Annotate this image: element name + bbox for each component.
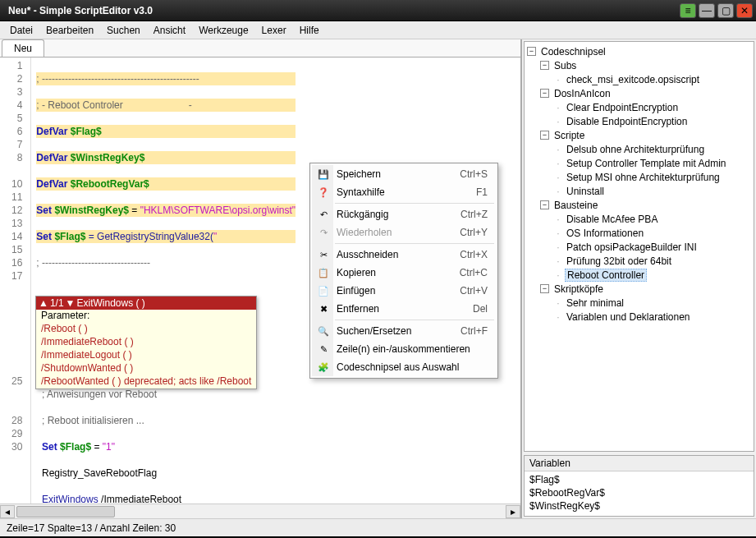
autocomplete-item: Parameter: <box>36 310 256 323</box>
tree-item[interactable]: Variablen und Deklarationen <box>565 311 692 323</box>
tree-leaf-icon: · <box>553 116 563 127</box>
menu-hilfe[interactable]: Hilfe <box>293 23 326 38</box>
tree-leaf-icon: · <box>553 74 563 85</box>
context-menu-item[interactable]: 🧩Codeschnipsel aus Auswahl <box>312 358 496 376</box>
tree-item[interactable]: Patch opsiPackageBuilder INI <box>565 241 699 253</box>
tree-group[interactable]: Skriptköpfe <box>552 283 605 295</box>
variables-header: Variablen <box>525 456 754 471</box>
context-menu-item[interactable]: ↶RückgängigCtrl+Z <box>312 205 496 223</box>
main-area: Neu 12345678101112131415161725282930 ; -… <box>0 39 756 518</box>
minimize-button[interactable]: — <box>699 3 715 18</box>
menu-icon: 🧩 <box>317 361 330 374</box>
context-menu-item[interactable]: ✖EntfernenDel <box>312 300 496 318</box>
menu-ansicht[interactable]: Ansicht <box>147 23 192 38</box>
tree-item[interactable]: Prüfung 32bit oder 64bit <box>565 255 673 267</box>
tree-leaf-icon: · <box>553 158 563 169</box>
tree-collapse-icon[interactable]: − <box>540 284 549 293</box>
context-menu-item[interactable]: 📄EinfügenCtrl+V <box>312 282 496 300</box>
down-arrow-icon[interactable]: ▼ <box>66 297 76 309</box>
tree-leaf-icon: · <box>553 228 563 239</box>
menu-icon: ↶ <box>317 208 330 221</box>
scroll-left-button[interactable]: ◂ <box>0 505 15 518</box>
up-arrow-icon[interactable]: ▲ <box>39 297 48 309</box>
right-pane: −Codeschnipsel−Subs·check_msi_exitcode.o… <box>522 39 756 518</box>
line-gutter: 12345678101112131415161725282930 <box>0 57 31 504</box>
tab-neu[interactable]: Neu <box>2 39 44 57</box>
menu-icon: 📋 <box>317 266 330 279</box>
context-menu-item[interactable]: 📋KopierenCtrl+C <box>312 264 496 282</box>
autocomplete-popup[interactable]: ▲ 1/1 ▼ ExitWindows ( ) Parameter: /Rebo… <box>35 296 257 389</box>
context-menu-item[interactable]: 🔍Suchen/ErsetzenCtrl+F <box>312 322 496 340</box>
tree-item[interactable]: Uninstall <box>565 186 606 197</box>
tree-item[interactable]: Disable EndpointEncryption <box>565 116 689 127</box>
tree-item[interactable]: Setup MSI ohne Architekturprüfung <box>565 172 722 183</box>
tree-item[interactable]: Reboot Controller <box>565 269 647 282</box>
close-button[interactable]: ✕ <box>736 3 753 18</box>
editor[interactable]: 12345678101112131415161725282930 ; -----… <box>0 57 520 504</box>
context-menu-item[interactable]: ❓SyntaxhilfeF1 <box>312 183 496 201</box>
menu-icon: ↷ <box>317 226 330 239</box>
tree-group[interactable]: Subs <box>552 60 578 71</box>
tree-group[interactable]: Bausteine <box>552 200 599 211</box>
app-icon-button[interactable]: ≡ <box>680 3 696 18</box>
menu-icon: 📄 <box>317 284 330 297</box>
context-menu-item[interactable]: ✎Zeile(n) ein-/auskommentieren <box>312 340 496 358</box>
autocomplete-item[interactable]: /RebootWanted ( ) deprecated; acts like … <box>36 375 256 389</box>
tree-leaf-icon: · <box>553 297 563 309</box>
window-title: Neu* - Simple ScriptEditor v3.0 <box>8 5 677 16</box>
scroll-thumb[interactable] <box>16 506 115 517</box>
menu-datei[interactable]: Datei <box>3 23 39 38</box>
context-menu: 💾SpeichernCtrl+S❓SyntaxhilfeF1↶Rückgängi… <box>309 163 498 379</box>
menu-icon: ✂ <box>317 248 330 261</box>
tree-leaf-icon: · <box>553 241 563 253</box>
tree-collapse-icon[interactable]: − <box>527 47 536 56</box>
tree-item[interactable]: Delsub ohne Architekturprüfung <box>565 144 706 155</box>
context-menu-item[interactable]: 💾SpeichernCtrl+S <box>312 165 496 183</box>
tree-group[interactable]: Scripte <box>552 130 586 141</box>
context-menu-item[interactable]: ✂AusschneidenCtrl+X <box>312 246 496 264</box>
tree-collapse-icon[interactable]: − <box>540 131 549 140</box>
variable-item[interactable]: $Flag$ <box>529 474 749 487</box>
tree-item[interactable]: OS Informationen <box>565 228 645 239</box>
tab-bar: Neu <box>0 39 520 57</box>
autocomplete-item[interactable]: /ShutdownWanted ( ) <box>36 362 256 375</box>
autocomplete-item[interactable]: /ImmediateLogout ( ) <box>36 349 256 362</box>
tree-item[interactable]: check_msi_exitcode.opsiscript <box>565 74 701 85</box>
variable-item[interactable]: $RebootRegVar$ <box>529 487 749 500</box>
menu-icon: 💾 <box>317 168 330 181</box>
snippets-tree[interactable]: −Codeschnipsel−Subs·check_msi_exitcode.o… <box>524 41 754 452</box>
tree-item[interactable]: Clear EndpointEncryption <box>565 102 680 113</box>
menu-lexer[interactable]: Lexer <box>255 23 293 38</box>
tree-collapse-icon[interactable]: − <box>540 61 549 70</box>
tree-item[interactable]: Sehr minimal <box>565 297 625 309</box>
menu-icon: ✖ <box>317 302 330 315</box>
tree-item[interactable]: Disable McAfee PBA <box>565 214 659 225</box>
tree-group[interactable]: DosInAnIcon <box>552 88 612 99</box>
code-area[interactable]: ; --------------------------------------… <box>31 57 300 504</box>
menu-werkzeuge[interactable]: Werkzeuge <box>192 23 254 38</box>
tree-collapse-icon[interactable]: − <box>540 200 549 209</box>
variable-item[interactable]: $WinstRegKey$ <box>529 500 749 513</box>
tree-leaf-icon: · <box>553 172 563 183</box>
menu-icon: ✎ <box>317 343 330 356</box>
tree-leaf-icon: · <box>553 311 563 323</box>
left-pane: Neu 12345678101112131415161725282930 ; -… <box>0 39 522 518</box>
tree-leaf-icon: · <box>553 269 563 281</box>
menu-bearbeiten[interactable]: Bearbeiten <box>39 23 100 38</box>
scroll-right-button[interactable]: ▸ <box>506 505 520 518</box>
autocomplete-header: ▲ 1/1 ▼ ExitWindows ( ) <box>36 297 256 310</box>
status-text: Zeile=17 Spalte=13 / Anzahl Zeilen: 30 <box>7 522 176 534</box>
tree-collapse-icon[interactable]: − <box>540 89 549 98</box>
tree-leaf-icon: · <box>553 255 563 267</box>
maximize-button[interactable]: ▢ <box>717 3 734 18</box>
tree-leaf-icon: · <box>553 186 563 197</box>
menu-bar: Datei Bearbeiten Suchen Ansicht Werkzeug… <box>0 21 756 39</box>
tree-item[interactable]: Setup Controller Template mit Admin <box>565 158 728 169</box>
autocomplete-item[interactable]: /Reboot ( ) <box>36 323 256 336</box>
menu-suchen[interactable]: Suchen <box>100 23 147 38</box>
tree-root[interactable]: Codeschnipsel <box>539 46 607 57</box>
horizontal-scrollbar[interactable]: ◂ ▸ <box>0 504 520 518</box>
autocomplete-item[interactable]: /ImmediateReboot ( ) <box>36 336 256 349</box>
menu-icon: 🔍 <box>317 324 330 338</box>
variables-panel: Variablen $Flag$$RebootRegVar$$WinstRegK… <box>524 455 754 517</box>
